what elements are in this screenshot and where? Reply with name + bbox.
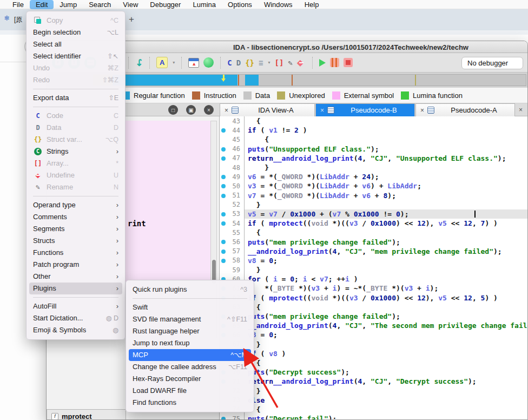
plugins-menu-item-svd-file-management[interactable]: SVD file management^⇧F11	[129, 313, 251, 325]
code-line-61[interactable]: 61 *(_BYTE *)(v3 + i) = ~*(_BYTE *)(v3 +…	[220, 284, 528, 293]
code-line-56[interactable]: 56 puts("mem privilege change failed");	[220, 237, 528, 246]
line-number[interactable]: 58	[220, 256, 245, 265]
line-number[interactable]: 49	[220, 172, 245, 181]
tab-close-icon[interactable]: ×	[225, 107, 228, 114]
code-text[interactable]: if ( mprotect((void *)((v3 / 0x1000) << …	[245, 219, 528, 228]
code-text[interactable]: v6 = *(_QWORD *)(LibAddr + 24);	[245, 172, 528, 181]
code-line-60[interactable]: 60 for ( i = 0; i < v7; ++i )	[220, 274, 528, 284]
code-text[interactable]: {	[245, 303, 528, 312]
navband-segment[interactable]	[113, 75, 237, 86]
plugins-menu-item-quick-run-plugins[interactable]: Quick run plugins^3	[129, 284, 251, 296]
code-text[interactable]: }	[245, 163, 528, 172]
menubar-item-options[interactable]: Options	[222, 0, 258, 9]
tab-pseudocode-a[interactable]: ×Pseudocode-A	[415, 103, 515, 116]
code-line-59[interactable]: 59 }	[220, 265, 528, 274]
line-number[interactable]: 50	[220, 181, 245, 191]
code-line-57[interactable]: 57 __android_log_print(4, "CJ", "mem pri…	[220, 247, 528, 256]
code-line-53[interactable]: 53 v5 = v7 / 0x1000 + (v7 % 0x1000 != 0)…	[220, 209, 528, 219]
code-line-64[interactable]: 64 puts("mem privilege change failed");	[220, 312, 528, 321]
dock-button[interactable]: □	[168, 105, 178, 115]
code-line-47[interactable]: 47 return __android_log_print(4, "CJ", "…	[220, 154, 528, 163]
debugger-select[interactable]: No debugger	[461, 57, 523, 69]
function-tab[interactable]: f mprotect	[47, 409, 126, 420]
new-tab-button[interactable]: +	[129, 14, 134, 25]
line-number[interactable]: 55	[220, 228, 245, 237]
tab-pseudocode-b[interactable]: ×Pseudocode-B	[315, 103, 415, 116]
tab-close-icon[interactable]: ×	[519, 106, 523, 114]
breakpoint-dot[interactable]	[221, 250, 226, 254]
code-text[interactable]: {	[245, 358, 528, 368]
menubar-item-search[interactable]: Search	[83, 0, 117, 9]
code-text[interactable]: }	[245, 200, 528, 209]
plugins-menu-item-rust-language-helper[interactable]: Rust language helper	[129, 325, 251, 337]
line-number[interactable]: 59	[220, 265, 245, 274]
dropdown-chevron-icon[interactable]: ▾	[173, 60, 175, 65]
code-line-66[interactable]: 66 v8 = 0;	[220, 330, 528, 339]
code-line-75[interactable]: 75 puts("Decrypt fail");	[220, 414, 528, 420]
code-text[interactable]: return __android_log_print(4, "CJ", "Uns…	[245, 154, 528, 163]
code-line-52[interactable]: 52 }	[220, 200, 528, 209]
navband-segment[interactable]	[292, 75, 293, 86]
edit-menu-item-autofill[interactable]: AutoFill›	[29, 300, 122, 312]
plugins-menu-item-hex-rays-decompiler[interactable]: Hex-Rays Decompiler	[129, 373, 251, 385]
menubar-item-debugger[interactable]: Debugger	[144, 0, 187, 9]
code-text[interactable]: v8 = 0;	[245, 256, 528, 265]
line-number[interactable]: 45	[220, 135, 245, 144]
edit-menu-item-structs[interactable]: Structs›	[29, 235, 122, 247]
edit-menu-item-begin-selection[interactable]: Begin selection⌥L	[29, 27, 122, 38]
code-text[interactable]: __android_log_print(4, "CJ", "mem privil…	[245, 247, 528, 256]
code-text[interactable]: v5 = v7 / 0x1000 + (v7 % 0x1000 != 0);	[245, 209, 528, 219]
menubar-item-windows[interactable]: Windows	[258, 0, 299, 9]
text-format-icon[interactable]: A	[156, 57, 168, 68]
edit-menu-item-operand-type[interactable]: Operand type›	[29, 199, 122, 211]
code-text[interactable]: }	[245, 265, 528, 274]
struct-var-icon[interactable]: {}	[245, 58, 254, 67]
browser-tab-title[interactable]: [原	[14, 15, 22, 24]
edit-menu-item-other[interactable]: Other›	[29, 271, 122, 283]
code-text[interactable]: {	[245, 405, 528, 414]
edit-menu-item-export-data[interactable]: Export data⇧E	[29, 92, 122, 104]
edit-menu-item-functions[interactable]: Functions›	[29, 247, 122, 259]
code-line-72[interactable]: 72 }	[220, 386, 528, 395]
rename-icon[interactable]: ✎	[288, 58, 292, 67]
code-line-68[interactable]: 68 if ( v8 )	[220, 349, 528, 358]
navband-segment[interactable]	[415, 75, 416, 86]
breakpoint-dot[interactable]	[221, 147, 226, 152]
pause-icon[interactable]	[330, 58, 339, 67]
breakpoint-dot[interactable]	[221, 240, 226, 244]
menubar-item-file[interactable]: File	[6, 0, 30, 9]
code-line-71[interactable]: 71 return __android_log_print(4, "CJ", "…	[220, 377, 528, 386]
plugins-menu-item-change-the-callee-address[interactable]: Change the callee address⌥F11	[129, 361, 251, 373]
line-number[interactable]: 54	[220, 219, 245, 228]
edit-menu-item-select-all[interactable]: Select all	[29, 38, 122, 50]
code-text[interactable]: v7 = *(_QWORD *)(LibAddr + v6 + 8);	[245, 191, 528, 200]
code-line-48[interactable]: 48 }	[220, 163, 528, 172]
navband-segment[interactable]	[245, 75, 259, 86]
menubar-item-view[interactable]: View	[117, 0, 144, 9]
tab-ida-view-a[interactable]: ×IDA View-A	[220, 103, 315, 116]
code-line-50[interactable]: 50 v3 = *(_QWORD *)(LibAddr + v6) + LibA…	[220, 181, 528, 191]
code-text[interactable]: if ( v8 )	[245, 349, 528, 358]
close-pane-button[interactable]: ×	[204, 105, 214, 115]
line-number[interactable]: 44	[220, 126, 245, 135]
pseudocode-pane[interactable]: 43 {44 if ( v1 != 2 )45 {46 puts("Unsupp…	[220, 116, 528, 420]
edit-menu-item-comments[interactable]: Comments›	[29, 211, 122, 223]
plugins-menu-item-jump-to-next-fixup[interactable]: Jump to next fixup	[129, 337, 251, 349]
line-number[interactable]: 56	[220, 237, 245, 246]
undefine-icon[interactable]	[297, 58, 306, 67]
plugins-menu-item-swift[interactable]: Swift	[129, 301, 251, 313]
dropdown-chevron-icon[interactable]: ▾	[268, 60, 270, 65]
line-number[interactable]: 57	[220, 247, 245, 256]
breakpoint-dot[interactable]	[221, 221, 226, 226]
breakpoint-dot[interactable]	[221, 175, 226, 179]
code-text[interactable]: return __android_log_print(4, "CJ", "Dec…	[245, 377, 528, 386]
menubar-item-lumina[interactable]: Lumina	[187, 0, 222, 9]
line-number[interactable]: 43	[220, 116, 245, 126]
create-struct-icon[interactable]: ≡	[259, 58, 263, 67]
breakpoint-dot[interactable]	[221, 156, 226, 161]
breakpoint-dot[interactable]	[221, 128, 226, 133]
plugins-menu-item-load-dwarf-file[interactable]: Load DWARF file	[129, 385, 251, 397]
edit-menu-item-strings[interactable]: CStrings›	[29, 146, 122, 158]
make-data-icon[interactable]: D	[236, 58, 241, 67]
code-line-69[interactable]: 69 {	[220, 358, 528, 368]
